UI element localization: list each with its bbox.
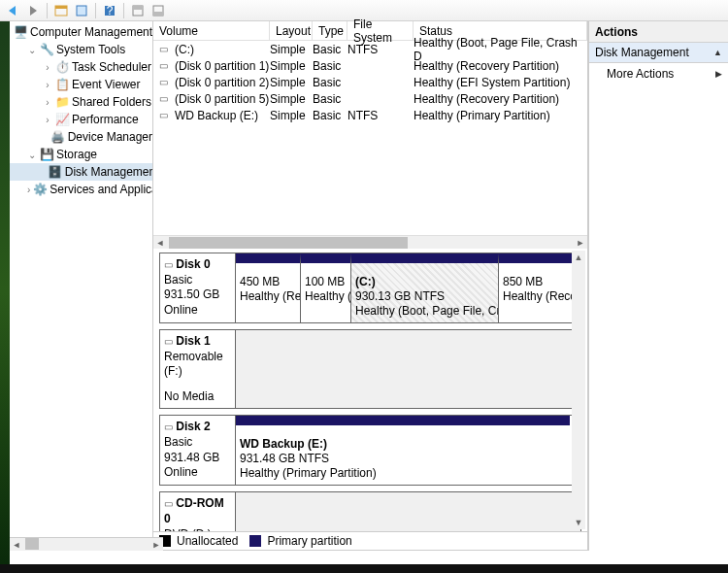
help-button[interactable]: ? [101, 2, 118, 19]
disk-name: Disk 0 [176, 257, 210, 271]
tree-storage[interactable]: ⌄💾Storage [10, 146, 152, 163]
expander-icon[interactable]: › [43, 97, 52, 108]
expander-icon[interactable]: ⌄ [27, 150, 37, 160]
volume-layout: Simple [270, 59, 313, 73]
scroll-thumb[interactable] [25, 538, 39, 550]
navigation-tree[interactable]: 🖥️Computer Management ⌄🔧System Tools ›⏱️… [10, 21, 153, 551]
tree-label: System Tools [56, 43, 125, 56]
partition-status: Healthy (Reco [240, 289, 296, 304]
scroll-thumb[interactable] [169, 237, 408, 249]
partition[interactable]: 100 MBHealthy (E [300, 253, 350, 322]
volume-row[interactable]: ▭(Disk 0 partition 2)SimpleBasicHealthy … [153, 74, 587, 90]
center-panel: Volume Layout Type File System Status ▭(… [153, 21, 588, 551]
tree-label: Shared Folders [72, 95, 151, 109]
disk-line2: Basic [164, 435, 231, 451]
col-volume[interactable]: Volume [153, 21, 270, 40]
tree-performance[interactable]: ›📈Performance [10, 111, 152, 128]
disk-row[interactable]: ▭ CD-ROM 0DVD (D:)No Media [159, 491, 581, 531]
volume-icon: ▭ [159, 60, 168, 71]
actions-disk-management[interactable]: Disk Management▲ [589, 43, 728, 63]
actions-item-label: Disk Management [595, 46, 689, 59]
show-hide-tree-button[interactable] [52, 2, 70, 19]
scroll-left-icon[interactable]: ◄ [153, 236, 167, 250]
volume-list[interactable]: ▭(C:)SimpleBasicNTFSHealthy (Boot, Page … [153, 41, 587, 235]
tree-hscrollbar[interactable]: ◄ ► [10, 537, 163, 551]
disk-partitions [236, 330, 580, 408]
tree-label: Event Viewer [72, 78, 140, 91]
scroll-up-icon[interactable]: ▲ [572, 251, 585, 264]
tree-root[interactable]: 🖥️Computer Management [10, 23, 152, 41]
view-bottom-button[interactable] [149, 2, 167, 19]
view-top-button[interactable] [129, 2, 147, 19]
volume-icon: ▭ [159, 44, 168, 54]
actions-more[interactable]: More Actions▶ [589, 63, 728, 84]
tree-device-manager[interactable]: 🖨️Device Manager [10, 128, 152, 146]
volume-row[interactable]: ▭(C:)SimpleBasicNTFSHealthy (Boot, Page … [153, 41, 587, 57]
expander-icon[interactable]: › [43, 115, 52, 125]
expander-icon[interactable]: ⌄ [27, 45, 37, 55]
properties-button[interactable] [73, 2, 90, 19]
disk-partitions [236, 492, 580, 531]
disk-row[interactable]: ▭ Disk 1Removable (F:)No Media [159, 329, 581, 409]
tree-services[interactable]: ›⚙️Services and Applications [10, 181, 152, 198]
disk-info: ▭ Disk 1Removable (F:)No Media [160, 330, 236, 408]
volume-icon: ▭ [159, 77, 168, 87]
tree-event-viewer[interactable]: ›📋Event Viewer [10, 76, 152, 93]
disk-line2: DVD (D:) [164, 527, 231, 531]
back-button[interactable] [4, 2, 21, 19]
disk-line3: 931.48 GB [164, 451, 231, 466]
windows-taskbar[interactable] [0, 564, 728, 573]
expander-icon[interactable]: › [43, 62, 52, 73]
graph-vscrollbar[interactable]: ▲ ▼ [572, 251, 585, 529]
partition[interactable]: 850 MBHealthy (Recove [498, 253, 572, 322]
volume-layout: Simple [270, 109, 313, 122]
scroll-left-icon[interactable]: ◄ [10, 538, 23, 552]
volume-row[interactable]: ▭WD Backup (E:)SimpleBasicNTFSHealthy (P… [153, 107, 587, 123]
partition[interactable]: (C:)930.13 GB NTFSHealthy (Boot, Page Fi… [350, 253, 498, 322]
disk-line3: 931.50 GB [164, 287, 231, 303]
expander-icon[interactable]: › [43, 80, 52, 90]
tree-system-tools[interactable]: ⌄🔧System Tools [10, 41, 152, 58]
expander-icon[interactable]: › [27, 185, 30, 195]
volume-type: Basic [313, 76, 347, 89]
disk-line2: Basic [164, 273, 231, 288]
disk-info: ▭ CD-ROM 0DVD (D:)No Media [160, 492, 236, 531]
tree-task-scheduler[interactable]: ›⏱️Task Scheduler [10, 58, 152, 76]
partition[interactable]: 450 MBHealthy (Reco [236, 253, 300, 322]
disk-line4: Online [164, 303, 231, 319]
disk-info: ▭ Disk 2Basic931.48 GBOnline [160, 416, 236, 485]
volume-row[interactable]: ▭(Disk 0 partition 5)SimpleBasicHealthy … [153, 90, 587, 107]
disk-row[interactable]: ▭ Disk 2Basic931.48 GBOnlineWD Backup (E… [159, 415, 581, 486]
forward-button[interactable] [24, 2, 42, 19]
volume-type: Basic [313, 92, 347, 106]
col-layout[interactable]: Layout [270, 21, 313, 40]
col-filesystem[interactable]: File System [347, 21, 414, 40]
volume-name: (Disk 0 partition 5) [175, 92, 269, 106]
disk-row[interactable]: ▭ Disk 0Basic931.50 GBOnline450 MBHealth… [159, 253, 581, 323]
volume-layout: Simple [270, 43, 313, 56]
volume-status: Healthy (EFI System Partition) [414, 76, 587, 89]
scroll-down-icon[interactable]: ▼ [572, 516, 585, 529]
svg-rect-3 [55, 6, 67, 9]
volume-name: WD Backup (E:) [175, 109, 258, 122]
tree-disk-management[interactable]: 🗄️Disk Management [10, 163, 152, 181]
tree-label: Performance [72, 113, 139, 126]
svg-rect-10 [153, 12, 163, 16]
actions-title: Actions [595, 25, 638, 39]
disk-line2: Removable (F:) [164, 350, 231, 380]
volume-row[interactable]: ▭(Disk 0 partition 1)SimpleBasicHealthy … [153, 57, 587, 74]
scroll-right-icon[interactable]: ► [149, 538, 163, 552]
col-type[interactable]: Type [313, 21, 347, 40]
disk-icon: ▭ [164, 336, 173, 347]
tree-shared-folders[interactable]: ›📁Shared Folders [10, 93, 152, 111]
volume-status: Healthy (Recovery Partition) [414, 92, 587, 106]
disk-graphical-view[interactable]: ▲ ▼ ▭ Disk 0Basic931.50 GBOnline450 MBHe… [153, 249, 587, 531]
scroll-right-icon[interactable]: ► [574, 236, 587, 250]
partition[interactable]: WD Backup (E:)931.48 GB NTFSHealthy (Pri… [236, 416, 570, 485]
disk-name: CD-ROM 0 [164, 496, 224, 525]
disk-name: Disk 1 [176, 334, 210, 348]
col-label: Type [318, 24, 344, 38]
tree-label: Device Manager [68, 130, 152, 144]
volume-hscrollbar[interactable]: ◄ ► [153, 235, 587, 249]
actions-pane: Actions Disk Management▲ More Actions▶ [588, 21, 728, 551]
